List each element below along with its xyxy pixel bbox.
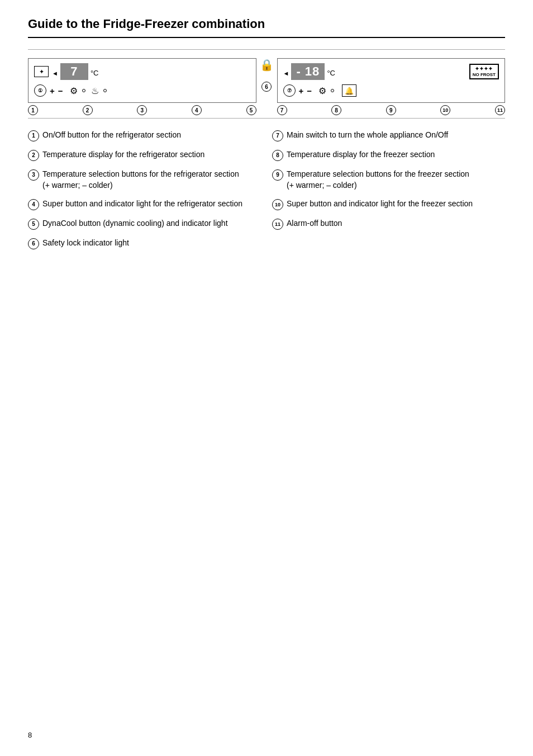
freezer-temp-group: ◄ - 18 °C (283, 63, 466, 80)
right-desc-column: 7 Main switch to turn the whole applianc… (272, 130, 505, 257)
desc-item-2: 2 Temperature display for the refrigerat… (28, 149, 261, 161)
freezer-panel-box: ◄ - 18 °C ✦✦✦✦ NO FROST ⑦ + − ⚙ 🔔 (277, 58, 506, 103)
descriptions-section: 1 On/Off button for the refrigerator sec… (28, 130, 505, 257)
fridge-top-row: ✦ ◄ 7 °C (34, 63, 250, 80)
middle-section: 🔒 6 (256, 58, 277, 92)
desc-text-8: Temperature display for the freezer sect… (287, 149, 505, 160)
num-4: 4 (192, 105, 202, 115)
desc-text-10: Super button and indicator light for the… (287, 199, 505, 210)
freezer-gear-icon[interactable]: ⚙ (318, 86, 326, 96)
freezer-controls-row: ⑦ + − ⚙ 🔔 (283, 84, 499, 97)
desc-num-8: 8 (272, 150, 283, 161)
num-5: 5 (246, 105, 256, 115)
desc-item-7: 7 Main switch to turn the whole applianc… (272, 130, 505, 141)
num-11: 11 (495, 105, 505, 115)
desc-text-9: Temperature selection buttons for the fr… (287, 169, 505, 191)
freezer-top-row: ◄ - 18 °C ✦✦✦✦ NO FROST (283, 63, 499, 80)
desc-item-8: 8 Temperature display for the freezer se… (272, 149, 505, 161)
desc-text-7: Main switch to turn the whole appliance … (287, 130, 505, 141)
desc-text-6: Safety lock indicator light (42, 238, 261, 249)
fridge-super-indicator (82, 89, 85, 92)
freezer-panel-wrap: ◄ - 18 °C ✦✦✦✦ NO FROST ⑦ + − ⚙ 🔔 7 8 (277, 58, 506, 115)
fridge-minus[interactable]: − (58, 86, 63, 96)
freezer-super-indicator (331, 89, 334, 92)
num-2: 2 (83, 105, 93, 115)
fridge-onoff-btn[interactable]: ① (34, 84, 46, 97)
freezer-plus[interactable]: + (299, 86, 304, 96)
desc-item-9: 9 Temperature selection buttons for the … (272, 169, 505, 191)
no-frost-stars: ✦✦✦✦ (473, 66, 496, 72)
desc-item-4: 4 Super button and indicator light for t… (28, 199, 261, 210)
freezer-minus[interactable]: − (307, 86, 312, 96)
freezer-arrow: ◄ (283, 70, 289, 77)
freezer-temp-display: - 18 (291, 63, 325, 80)
num-9: 9 (386, 105, 396, 115)
fridge-num-row: 1 2 3 4 5 (28, 105, 256, 115)
desc-item-5: 5 DynaCool button (dynamic cooling) and … (28, 218, 261, 230)
desc-num-11: 11 (272, 219, 283, 230)
desc-num-2: 2 (28, 150, 39, 161)
desc-text-2: Temperature display for the refrigerator… (42, 149, 261, 160)
fridge-temp-group: ◄ 7 °C (52, 63, 98, 80)
desc-item-11: 11 Alarm-off button (272, 218, 505, 230)
num-1: 1 (28, 105, 38, 115)
fridge-deg-c: °C (91, 69, 99, 77)
desc-num-5: 5 (28, 219, 39, 230)
page-number: 8 (28, 731, 32, 739)
desc-text-3: Temperature selection buttons for the re… (42, 169, 261, 191)
fridge-plus[interactable]: + (50, 86, 55, 96)
desc-item-10: 10 Super button and indicator light for … (272, 199, 505, 210)
fridge-panel-wrap: ✦ ◄ 7 °C ① + − ⚙ ♨ 1 2 3 4 5 (28, 58, 256, 115)
fridge-arrow: ◄ (52, 70, 58, 77)
desc-item-3: 3 Temperature selection buttons for the … (28, 169, 261, 191)
desc-text-5: DynaCool button (dynamic cooling) and in… (42, 218, 261, 229)
alarm-icon[interactable]: 🔔 (342, 84, 356, 97)
left-desc-column: 1 On/Off button for the refrigerator sec… (28, 130, 261, 257)
desc-num-3: 3 (28, 169, 39, 181)
desc-text-1: On/Off button for the refrigerator secti… (42, 130, 261, 141)
desc-num-10: 10 (272, 199, 283, 210)
desc-num-6: 6 (28, 238, 39, 249)
desc-text-11: Alarm-off button (287, 218, 505, 229)
no-frost-badge: ✦✦✦✦ NO FROST (469, 64, 499, 79)
diagram-section: ✦ ◄ 7 °C ① + − ⚙ ♨ 1 2 3 4 5 (28, 49, 505, 119)
fridge-star-badge: ✦ (34, 66, 49, 77)
fridge-panel-box: ✦ ◄ 7 °C ① + − ⚙ ♨ (28, 58, 256, 103)
desc-item-6: 6 Safety lock indicator light (28, 238, 261, 249)
desc-num-7: 7 (272, 130, 283, 141)
page-title: Guide to the Fridge-Freezer combination (28, 17, 505, 38)
freezer-num-row: 7 8 9 10 11 (277, 105, 506, 115)
no-frost-label: NO FROST (473, 72, 496, 78)
fridge-gear-icon[interactable]: ⚙ (70, 86, 78, 96)
num-8: 8 (331, 105, 341, 115)
num-6: 6 (261, 82, 272, 92)
num-7: 7 (277, 105, 287, 115)
freezer-deg-c: °C (327, 69, 335, 77)
freezer-onoff-btn[interactable]: ⑦ (283, 84, 296, 97)
fridge-dynacool-indicator (103, 89, 107, 92)
num-10: 10 (440, 105, 450, 115)
desc-text-4: Super button and indicator light for the… (42, 199, 261, 210)
desc-item-1: 1 On/Off button for the refrigerator sec… (28, 130, 261, 141)
fridge-person-icon[interactable]: ♨ (91, 86, 99, 96)
fridge-temp-display: 7 (60, 63, 88, 80)
desc-num-9: 9 (272, 169, 283, 181)
desc-num-1: 1 (28, 130, 39, 141)
num-3: 3 (137, 105, 147, 115)
fridge-controls-row: ① + − ⚙ ♨ (34, 84, 250, 97)
desc-num-4: 4 (28, 199, 39, 210)
lock-icon: 🔒 (260, 58, 274, 72)
